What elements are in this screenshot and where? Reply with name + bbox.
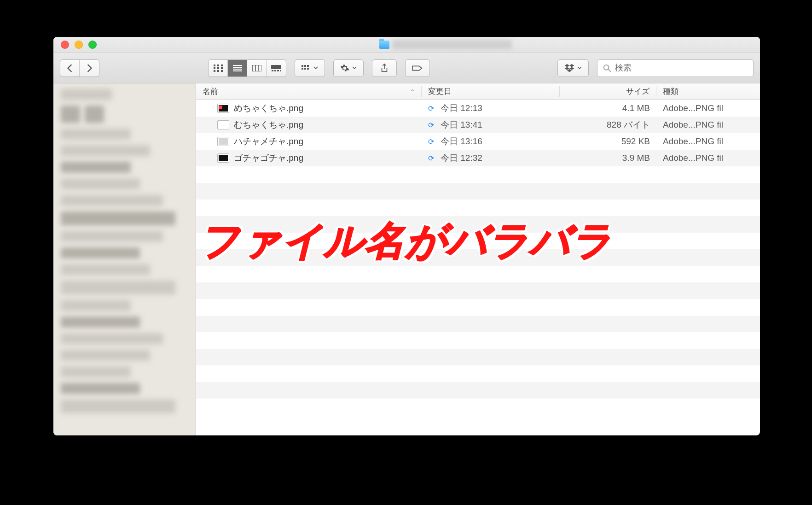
- svg-rect-26: [307, 68, 309, 70]
- file-thumbnail: [217, 153, 229, 163]
- svg-rect-4: [217, 67, 219, 69]
- svg-rect-12: [233, 70, 242, 71]
- view-switcher: [208, 59, 286, 77]
- forward-button[interactable]: [80, 60, 99, 76]
- svg-rect-20: [280, 70, 281, 71]
- svg-rect-3: [214, 67, 215, 69]
- table-row: [196, 332, 760, 349]
- table-row: [196, 316, 760, 332]
- table-row: [196, 183, 760, 200]
- table-row: [196, 365, 760, 382]
- svg-rect-21: [302, 65, 303, 67]
- file-thumbnail: [217, 104, 229, 113]
- file-thumbnail: [217, 120, 229, 129]
- column-header-name-label: 名前: [203, 86, 218, 97]
- nav-buttons: [60, 59, 99, 77]
- sync-icon: ⟳: [428, 137, 434, 146]
- svg-rect-25: [304, 68, 306, 70]
- column-header-size[interactable]: サイズ: [560, 86, 656, 97]
- sidebar: [53, 83, 196, 435]
- file-kind: Adobe...PNG fil: [656, 136, 760, 147]
- share-icon: [380, 64, 389, 73]
- list-view-button[interactable]: [228, 60, 247, 76]
- chevron-down-icon: [577, 66, 582, 70]
- titlebar: [53, 37, 760, 53]
- gear-icon: [340, 64, 349, 73]
- file-modified: 今日 13:16: [441, 135, 482, 147]
- file-kind: Adobe...PNG fil: [656, 153, 760, 163]
- svg-rect-2: [221, 65, 223, 66]
- column-header-size-label: サイズ: [626, 86, 650, 97]
- file-size: 4.1 MB: [560, 103, 656, 113]
- search-field[interactable]: [597, 59, 754, 77]
- icon-view-button[interactable]: [209, 60, 228, 76]
- svg-rect-8: [221, 70, 223, 72]
- tags-button[interactable]: [405, 59, 430, 77]
- table-row[interactable]: めちゃくちゃ.png⟳今日 12:134.1 MBAdobe...PNG fil: [196, 100, 760, 117]
- svg-line-28: [609, 69, 611, 71]
- gallery-view-button[interactable]: [267, 60, 286, 76]
- file-size: 3.9 MB: [560, 153, 656, 163]
- svg-point-27: [604, 65, 609, 70]
- svg-rect-10: [233, 67, 242, 68]
- file-name: めちゃくちゃ.png: [234, 102, 303, 114]
- sort-ascending-icon: ⌃: [410, 88, 415, 95]
- column-view-button[interactable]: [247, 60, 267, 76]
- column-header-modified[interactable]: 変更日: [422, 86, 560, 97]
- table-row: [196, 282, 760, 299]
- svg-rect-5: [221, 67, 223, 69]
- svg-rect-6: [214, 70, 215, 72]
- dropbox-menu-button[interactable]: [557, 59, 589, 77]
- svg-rect-9: [233, 65, 242, 66]
- file-name: ハチャメチャ.png: [234, 135, 303, 147]
- chevron-down-icon: [313, 66, 318, 70]
- svg-rect-11: [233, 69, 242, 70]
- file-kind: Adobe...PNG fil: [656, 103, 760, 113]
- search-icon: [603, 64, 611, 72]
- back-button[interactable]: [60, 60, 80, 76]
- group-by-button[interactable]: [295, 59, 325, 77]
- table-row[interactable]: ハチャメチャ.png⟳今日 13:16592 KBAdobe...PNG fil: [196, 133, 760, 150]
- column-header-modified-label: 変更日: [428, 86, 452, 97]
- file-modified: 今日 12:13: [441, 102, 482, 114]
- svg-rect-13: [252, 65, 261, 71]
- column-headers: 名前 ⌃ 変更日 サイズ 種類: [196, 83, 760, 100]
- svg-rect-7: [217, 70, 219, 72]
- file-thumbnail: [217, 137, 229, 146]
- chevron-down-icon: [352, 66, 357, 70]
- file-name: ゴチャゴチャ.png: [234, 152, 303, 164]
- column-header-name[interactable]: 名前 ⌃: [196, 86, 422, 97]
- share-button[interactable]: [372, 59, 397, 77]
- file-modified: 今日 12:32: [441, 152, 482, 164]
- svg-rect-1: [217, 65, 219, 66]
- file-name: むちゃくちゃ.png: [234, 119, 303, 131]
- svg-rect-0: [214, 65, 215, 66]
- svg-rect-17: [272, 70, 273, 71]
- table-row[interactable]: ゴチャゴチャ.png⟳今日 12:323.9 MBAdobe...PNG fil: [196, 150, 760, 166]
- minimize-window-button[interactable]: [75, 41, 83, 49]
- svg-rect-23: [307, 65, 309, 67]
- annotation-overlay-text: ファイル名がバラバラ: [199, 214, 613, 268]
- table-row: [196, 266, 760, 282]
- svg-rect-22: [304, 65, 306, 67]
- table-row: [196, 200, 760, 216]
- window-title: [379, 40, 512, 49]
- svg-rect-16: [271, 65, 281, 69]
- column-header-kind[interactable]: 種類: [656, 86, 760, 97]
- action-menu-button[interactable]: [333, 59, 364, 77]
- table-row: [196, 299, 760, 316]
- table-row: [196, 166, 760, 183]
- folder-icon: [379, 41, 389, 49]
- window-controls: [53, 41, 97, 49]
- sync-icon: ⟳: [428, 121, 434, 129]
- svg-rect-19: [277, 70, 279, 71]
- zoom-window-button[interactable]: [88, 41, 97, 49]
- table-row[interactable]: むちゃくちゃ.png⟳今日 13:41828 バイトAdobe...PNG fi…: [196, 117, 760, 133]
- file-kind: Adobe...PNG fil: [656, 120, 760, 130]
- table-row: [196, 382, 760, 399]
- close-window-button[interactable]: [61, 41, 69, 49]
- search-input[interactable]: [615, 63, 748, 73]
- table-row: [196, 399, 760, 415]
- svg-rect-24: [302, 68, 303, 70]
- dropbox-icon: [564, 64, 574, 72]
